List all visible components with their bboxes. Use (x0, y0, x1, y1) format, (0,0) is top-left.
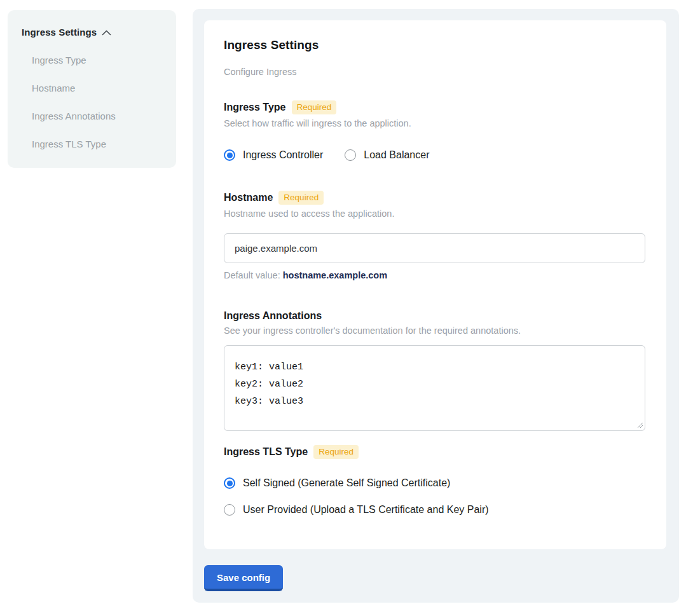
radio-label: Ingress Controller (243, 149, 323, 161)
radio-self-signed[interactable]: Self Signed (Generate Self Signed Certif… (224, 477, 645, 489)
ingress-settings-card: Ingress Settings Configure Ingress Ingre… (204, 20, 666, 549)
required-badge: Required (313, 445, 359, 459)
sidebar-item-ingress-type[interactable]: Ingress Type (22, 55, 162, 65)
radio-unselected-icon (224, 504, 235, 516)
ingress-annotations-textarea[interactable]: key1: value1 key2: value2 key3: value3 (224, 345, 645, 431)
radio-label: Self Signed (Generate Self Signed Certif… (243, 477, 450, 489)
radio-unselected-icon (345, 149, 356, 161)
ingress-type-description: Select how traffic will ingress to the a… (224, 118, 645, 128)
resize-handle-icon[interactable] (637, 422, 643, 428)
radio-ingress-controller[interactable]: Ingress Controller (224, 149, 323, 161)
section-ingress-type: Ingress Type Required Select how traffic… (224, 100, 645, 161)
hostname-description: Hostname used to access the application. (224, 209, 645, 219)
sidebar-section-title: Ingress Settings (22, 27, 97, 38)
ingress-annotations-description: See your ingress controller's documentat… (224, 325, 645, 336)
section-hostname: Hostname Required Hostname used to acces… (224, 191, 645, 280)
section-ingress-annotations: Ingress Annotations See your ingress con… (224, 310, 645, 431)
sidebar: Ingress Settings Ingress Type Hostname I… (8, 10, 176, 168)
sidebar-section-toggle[interactable]: Ingress Settings (22, 27, 162, 38)
default-value-text: hostname.example.com (283, 270, 387, 280)
ingress-tls-type-label: Ingress TLS Type (224, 446, 308, 458)
hostname-input[interactable] (224, 233, 645, 263)
radio-selected-icon (224, 477, 235, 489)
ingress-annotations-label: Ingress Annotations (224, 310, 322, 322)
required-badge: Required (292, 100, 337, 114)
save-config-button[interactable]: Save config (204, 565, 283, 591)
settings-panel: Ingress Settings Configure Ingress Ingre… (193, 9, 679, 603)
sidebar-item-hostname[interactable]: Hostname (22, 83, 162, 93)
radio-load-balancer[interactable]: Load Balancer (345, 149, 429, 161)
ingress-type-label: Ingress Type (224, 102, 286, 113)
sidebar-item-ingress-annotations[interactable]: Ingress Annotations (22, 111, 162, 121)
hostname-default-line: Default value:hostname.example.com (224, 270, 645, 280)
radio-user-provided[interactable]: User Provided (Upload a TLS Certificate … (224, 504, 645, 516)
page-subtitle: Configure Ingress (224, 67, 645, 77)
radio-selected-icon (224, 149, 235, 161)
hostname-label: Hostname (224, 192, 273, 203)
sidebar-item-ingress-tls-type[interactable]: Ingress TLS Type (22, 139, 162, 149)
required-badge: Required (278, 191, 324, 205)
radio-label: Load Balancer (364, 149, 429, 161)
radio-label: User Provided (Upload a TLS Certificate … (243, 504, 489, 516)
default-value-prefix: Default value: (224, 270, 280, 280)
section-ingress-tls-type: Ingress TLS Type Required Self Signed (G… (224, 445, 645, 516)
chevron-up-icon (102, 30, 111, 36)
page-title: Ingress Settings (224, 38, 645, 52)
